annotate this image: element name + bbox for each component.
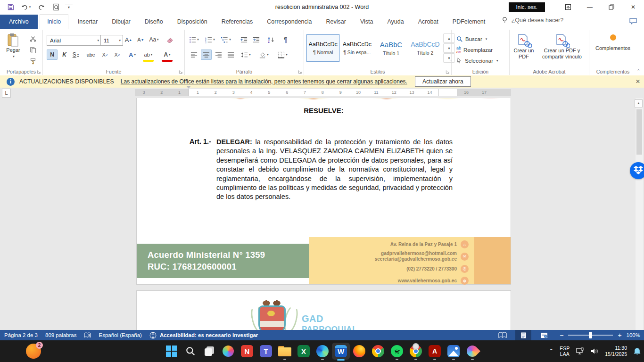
italic-button[interactable]: K xyxy=(59,49,70,60)
underline-button[interactable]: S▾ xyxy=(70,49,81,60)
start-icon[interactable] xyxy=(162,342,181,361)
teams-icon[interactable]: T xyxy=(256,342,275,361)
ribbon-tab[interactable]: Revisar xyxy=(319,15,353,29)
ribbon-tab[interactable]: Correspondencia xyxy=(260,15,319,29)
zoom-slider-thumb[interactable] xyxy=(589,332,592,338)
spotify-icon[interactable] xyxy=(388,342,406,361)
chrome-profile-icon[interactable] xyxy=(406,342,425,361)
volume-icon[interactable] xyxy=(590,347,599,355)
shading-icon[interactable]: ▾ xyxy=(258,49,269,60)
add-ins-button[interactable]: Complementos xyxy=(593,34,633,51)
zoom-in-icon[interactable]: + xyxy=(618,331,621,339)
clear-formatting-icon[interactable] xyxy=(165,34,175,45)
notifications-bell-icon[interactable] xyxy=(633,347,641,355)
zoom-level[interactable]: 100% xyxy=(627,332,640,338)
document-page-3[interactable]: GAD PARROQUIAL xyxy=(137,291,511,330)
font-size-combo[interactable]: 11▾ xyxy=(100,35,123,46)
copy-icon[interactable] xyxy=(27,45,38,55)
update-now-button[interactable]: Actualizar ahora xyxy=(415,76,471,87)
paint-drip-icon[interactable] xyxy=(463,342,482,361)
change-case-icon[interactable]: Aa▾ xyxy=(149,34,159,45)
ribbon-tab[interactable]: Referencias xyxy=(215,15,260,29)
superscript-button[interactable]: X2 xyxy=(112,49,123,60)
task-view-icon[interactable] xyxy=(200,342,219,361)
network-icon[interactable] xyxy=(576,347,584,355)
style-heading1[interactable]: AaBbCTítulo 1 xyxy=(375,34,408,62)
styles-dialog-launcher-icon[interactable] xyxy=(446,70,450,74)
line-spacing-icon[interactable]: ▾ xyxy=(240,49,251,60)
dropbox-badge-icon[interactable] xyxy=(630,162,644,179)
ribbon-display-options-icon[interactable] xyxy=(557,0,579,14)
scroll-up-icon[interactable]: ▲ xyxy=(635,99,643,107)
text-effects-icon[interactable]: A▾ xyxy=(127,49,138,60)
notification-link[interactable]: Las actualizaciones de Office están list… xyxy=(121,78,407,85)
scrollbar-thumb[interactable] xyxy=(636,109,642,155)
restore-icon[interactable] xyxy=(601,0,622,14)
tell-me-box[interactable]: ¿Qué desea hacer? xyxy=(501,16,564,24)
firefox-icon[interactable] xyxy=(350,342,369,361)
web-layout-icon[interactable] xyxy=(536,330,552,340)
accessibility-status[interactable]: Accesibilidad: es necesario investigar xyxy=(149,332,258,339)
align-right-icon[interactable] xyxy=(213,49,224,60)
zoom-slider[interactable] xyxy=(568,335,613,336)
print-layout-icon[interactable] xyxy=(515,330,531,340)
align-center-icon[interactable] xyxy=(201,49,212,60)
subscript-button[interactable]: X2 xyxy=(99,49,110,60)
highlight-color-icon[interactable]: ab▾ xyxy=(143,49,154,62)
increase-indent-icon[interactable] xyxy=(251,34,262,45)
ribbon-tab[interactable]: Acrobat xyxy=(411,15,446,29)
zoom-out-icon[interactable]: − xyxy=(560,331,563,339)
photos-icon[interactable] xyxy=(444,342,463,361)
font-dialog-launcher-icon[interactable] xyxy=(179,70,183,74)
word-count[interactable]: 809 palabras xyxy=(45,332,77,338)
pdf-app-icon[interactable]: N xyxy=(238,342,256,361)
sign-in-button[interactable]: Inic. ses. xyxy=(509,2,545,12)
show-paragraph-marks-icon[interactable]: ¶ xyxy=(280,34,291,45)
tab-inicio[interactable]: Inicio xyxy=(40,14,68,29)
select-button[interactable]: Seleccionar▾ xyxy=(456,56,498,66)
file-explorer-icon[interactable] xyxy=(275,342,294,361)
style-no-spacing[interactable]: AaBbCcDc¶ Sin espa... xyxy=(340,34,373,62)
create-pdf-button[interactable]: Crear un PDF xyxy=(512,33,536,60)
multilevel-list-icon[interactable]: ▾ xyxy=(221,34,231,45)
font-name-combo[interactable]: Arial▾ xyxy=(47,35,101,46)
replace-button[interactable]: abacReemplazar xyxy=(456,45,493,55)
format-painter-icon[interactable] xyxy=(27,56,38,66)
ribbon-tab[interactable]: Ayuda xyxy=(380,15,411,29)
close-icon[interactable]: ✕ xyxy=(622,0,644,14)
cut-icon[interactable] xyxy=(27,33,38,44)
borders-icon[interactable]: ▾ xyxy=(277,49,288,60)
tray-expand-icon[interactable]: ⌃ xyxy=(549,348,553,354)
shrink-font-icon[interactable]: A▼ xyxy=(135,34,146,45)
ribbon-tab[interactable]: Vista xyxy=(353,15,380,29)
language-tray-indicator[interactable]: ESPLAA xyxy=(560,346,570,357)
notification-close-icon[interactable]: ✕ xyxy=(636,78,640,85)
sort-icon[interactable] xyxy=(266,34,277,45)
edge-icon[interactable] xyxy=(313,342,332,361)
search-icon[interactable] xyxy=(181,342,200,361)
acrobat-icon[interactable]: A xyxy=(425,342,444,361)
decrease-indent-icon[interactable] xyxy=(239,34,249,45)
paste-button[interactable]: Pegar▾ xyxy=(3,33,24,59)
clock-date[interactable]: 11:3015/1/2025 xyxy=(605,345,627,357)
bold-button[interactable]: N xyxy=(47,49,58,60)
font-color-icon[interactable]: A▾ xyxy=(162,49,173,62)
ribbon-tab[interactable]: PDFelement xyxy=(446,15,492,29)
align-left-icon[interactable] xyxy=(189,49,199,60)
tab-archivo[interactable]: Archivo xyxy=(0,15,38,29)
ribbon-tab[interactable]: Dibujar xyxy=(105,15,138,29)
clipboard-dialog-launcher-icon[interactable] xyxy=(37,70,41,74)
find-button[interactable]: Buscar▾ xyxy=(456,34,487,44)
document-page-2[interactable]: RESUELVE: Art. 1.- DELEGAR: la responsab… xyxy=(137,98,511,284)
bullets-icon[interactable]: ▾ xyxy=(189,34,199,45)
chrome-icon[interactable] xyxy=(369,342,388,361)
collapse-ribbon-icon[interactable]: ⌃ xyxy=(636,69,640,74)
copilot-icon[interactable] xyxy=(219,342,238,361)
proofing-icon[interactable] xyxy=(84,332,91,338)
word-icon[interactable]: W xyxy=(332,343,350,360)
excel-icon[interactable]: X xyxy=(294,342,313,361)
read-mode-icon[interactable] xyxy=(495,330,511,340)
style-normal[interactable]: AaBbCcDc¶ Normal xyxy=(306,34,339,62)
numbering-icon[interactable]: ▾ xyxy=(205,34,215,45)
create-pdf-share-link-button[interactable]: Crear un PDF y compartir vínculo xyxy=(537,33,587,60)
